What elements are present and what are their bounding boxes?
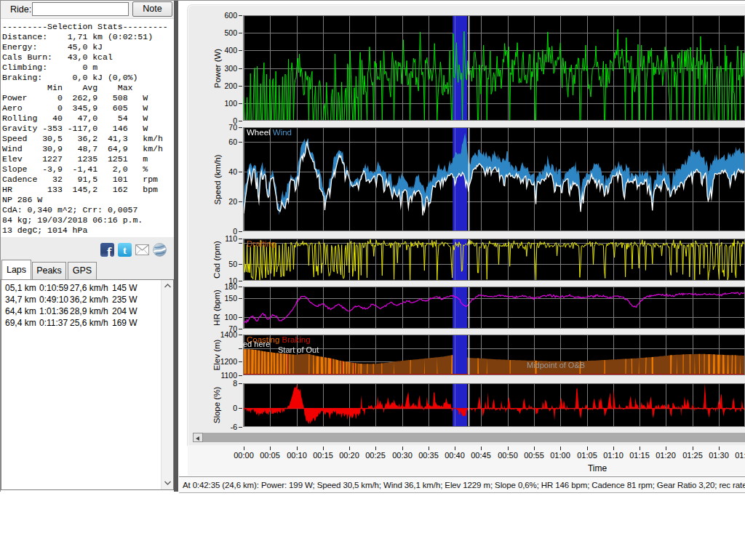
- plot-hr[interactable]: [243, 287, 745, 329]
- lap-list-scrollbar[interactable]: [161, 280, 173, 489]
- stats-line: Cals Burn: 43,0 kcal: [2, 52, 172, 63]
- panel-splitter[interactable]: [174, 0, 178, 492]
- x-tick: [244, 447, 244, 450]
- x-tick: [508, 447, 509, 450]
- share-icons: f t: [100, 243, 172, 257]
- plot-power[interactable]: [243, 15, 745, 121]
- window-top-border: [0, 0, 745, 1]
- y-tick: [239, 103, 242, 104]
- tab-laps[interactable]: Laps: [1, 260, 31, 280]
- email-icon[interactable]: [135, 243, 149, 257]
- legend-cad: Drafting: [247, 239, 278, 248]
- chart-annotation: ed here: [243, 340, 270, 348]
- stats-line: Aero 0 345,9 605 W: [2, 103, 172, 113]
- legend-item: Drafting: [247, 239, 278, 248]
- x-tick: [375, 447, 376, 450]
- chart-annotation: Start of Out: [278, 345, 319, 354]
- stats-line: Slope -3,9 -1,41 2,0 %: [2, 164, 172, 175]
- tab-peaks[interactable]: Peaks: [32, 262, 66, 280]
- x-tick-label: 01:35: [729, 451, 745, 460]
- x-tick: [455, 447, 455, 450]
- stats-line: Min Avg Max: [2, 83, 172, 93]
- x-tick: [613, 447, 614, 450]
- stats-line: Gravity -353 -117,0 146 W: [2, 124, 172, 134]
- lap-row[interactable]: 69,4 km0:11:3725,6 km/h169 W: [1, 317, 173, 329]
- twitter-icon[interactable]: t: [118, 243, 132, 257]
- note-button[interactable]: Note: [132, 1, 172, 17]
- legend-item: Wheel: [247, 128, 273, 137]
- status-bar: At 0:42:35 (24,6 km): Power: 199 W; Spee…: [179, 476, 745, 493]
- y-tick-label: 300: [202, 64, 237, 73]
- earth-icon[interactable]: [153, 243, 167, 257]
- y-tick: [239, 231, 242, 232]
- x-tick: [481, 447, 482, 450]
- x-tick: [640, 447, 640, 450]
- y-tick-label: 1200: [202, 357, 237, 366]
- window-left-border: [0, 0, 1, 492]
- scroll-down-arrow-icon[interactable]: [162, 477, 174, 489]
- stats-line: Elev 1227 1235 1251 m: [2, 154, 172, 164]
- y-tick: [239, 127, 242, 128]
- plot-cad[interactable]: [243, 239, 745, 281]
- y-tick-label: 600: [202, 11, 237, 20]
- scroll-up-arrow-icon[interactable]: [162, 280, 174, 292]
- stats-line: Climbing: 0 m: [2, 63, 172, 73]
- y-tick-label: 0: [202, 404, 237, 412]
- x-tick: [560, 447, 561, 450]
- x-tick: [402, 447, 403, 450]
- lap-distance: 69,4 km: [5, 317, 36, 329]
- time-axis: Time 00:0000:0500:1000:1500:2000:2500:30…: [188, 445, 745, 476]
- lap-row[interactable]: 05,1 km0:10:5927,6 km/h145 W: [1, 282, 173, 294]
- lap-power: 235 W: [112, 294, 138, 305]
- x-tick: [719, 447, 720, 450]
- left-panel: Ride: Note ---------Selection Stats-----…: [1, 1, 174, 493]
- svg-text:f: f: [107, 244, 112, 257]
- lap-distance: 64,4 km: [5, 305, 36, 317]
- scroll-left-arrow-icon[interactable]: [193, 433, 203, 442]
- tab-gps[interactable]: GPS: [68, 262, 97, 280]
- y-tick-label: 1400: [202, 330, 237, 339]
- y-tick: [239, 361, 242, 362]
- y-tick: [239, 239, 242, 239]
- y-tick-label: 200: [202, 81, 237, 90]
- stats-line: CdA: 0,340 m^2; Crr: 0,0057: [2, 205, 172, 215]
- lap-power: 169 W: [112, 317, 138, 329]
- lap-list: 05,1 km0:10:5927,6 km/h145 W34,7 km0:49:…: [1, 279, 174, 490]
- stats-line: Speed 30,5 36,2 41,3 km/h: [2, 134, 172, 144]
- y-tick: [239, 281, 242, 281]
- stats-line: ---------Selection Stats---------: [2, 22, 172, 32]
- stats-line: Distance: 1,71 km (0:02:51): [2, 32, 172, 42]
- lap-row[interactable]: 64,4 km1:01:3628,9 km/h204 W: [1, 305, 173, 317]
- selection-stats: ---------Selection Stats---------Distanc…: [2, 22, 172, 236]
- y-tick: [239, 264, 242, 265]
- y-tick: [239, 408, 242, 409]
- y-tick-label: 180: [202, 282, 237, 291]
- ride-input[interactable]: [32, 2, 129, 16]
- plot-slope[interactable]: [243, 383, 745, 427]
- svg-text:t: t: [123, 244, 127, 256]
- stats-line: Wind 30,9 48,7 64,9 km/h: [2, 144, 172, 154]
- stats-line: Cadence 32 91,5 101 rpm: [2, 175, 172, 185]
- x-tick: [270, 447, 271, 450]
- x-tick: [693, 447, 693, 450]
- lap-time: 0:11:37: [39, 317, 68, 329]
- lap-time: 0:49:10: [39, 294, 68, 305]
- plot-speed[interactable]: [243, 127, 745, 231]
- tab-strip: LapsPeaksGPS: [1, 259, 174, 280]
- y-tick: [239, 298, 242, 299]
- y-tick: [239, 201, 242, 202]
- lap-time: 0:10:59: [39, 282, 68, 294]
- y-tick: [239, 68, 242, 69]
- y-tick-label: 60: [202, 137, 237, 146]
- facebook-icon[interactable]: f: [100, 243, 114, 257]
- ride-label: Ride:: [10, 4, 31, 15]
- plot-elev[interactable]: [243, 335, 745, 375]
- y-tick: [239, 50, 242, 51]
- chart-annotation: Midpoint of O&B: [527, 361, 585, 369]
- y-tick: [239, 243, 242, 244]
- y-tick: [239, 86, 242, 87]
- y-tick: [239, 33, 242, 33]
- chart-horizontal-scrollbar[interactable]: [193, 433, 745, 442]
- lap-row[interactable]: 34,7 km0:49:1036,2 km/h235 W: [1, 294, 173, 305]
- lap-power: 204 W: [112, 305, 138, 317]
